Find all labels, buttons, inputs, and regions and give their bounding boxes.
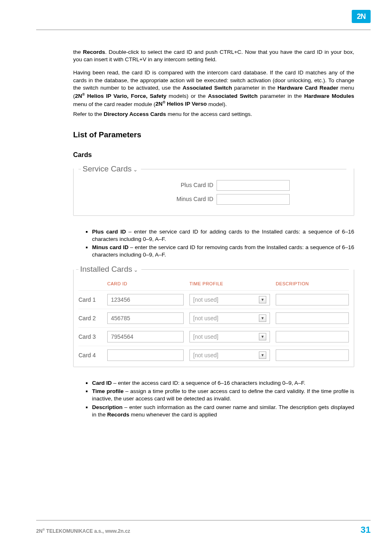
text: – assign a time profile to the user acce… — [92, 388, 354, 402]
text-bold: Helios IP Vario, Force, Safety — [85, 93, 166, 99]
description-input[interactable] — [276, 331, 349, 342]
paragraph-database: Having been read, the card ID is compare… — [73, 69, 354, 108]
text: – enter the service card ID for adding c… — [92, 229, 354, 242]
text-bold: Card ID — [92, 380, 112, 386]
list-item: Time profile – assign a time profile to … — [92, 388, 354, 402]
service-cards-legend[interactable]: Service Cards ⌄ — [81, 164, 141, 174]
footer-company: 2N® TELEKOMUNIKACE a.s., www.2n.cz — [36, 528, 130, 534]
description-input[interactable] — [276, 349, 349, 361]
text-bold: Plus card ID — [92, 229, 126, 235]
table-header: CARD ID TIME PROFILE DESCRIPTION — [78, 280, 349, 290]
select-value: [not used] — [193, 352, 219, 359]
page-number: 31 — [361, 525, 371, 535]
text-bold: Helios IP Verso — [165, 101, 207, 107]
header-time-profile: TIME PROFILE — [189, 281, 276, 287]
text-bold: Associated Switch — [182, 85, 232, 91]
dropdown-arrow-icon: ▼ — [259, 333, 266, 340]
select-value: [not used] — [193, 296, 219, 304]
text-bold: Time profile — [92, 388, 124, 394]
text: the — [73, 49, 83, 55]
card-id-input[interactable] — [107, 349, 184, 361]
time-profile-select[interactable]: [not used]▼ — [189, 331, 270, 342]
heading-list-of-parameters: List of Parameters — [73, 130, 354, 140]
card-row-label: Card 4 — [78, 352, 107, 359]
installed-cards-fieldset: Installed Cards ⌄ CARD ID TIME PROFILE D… — [73, 270, 354, 367]
list-item: Description – enter such information as … — [92, 404, 354, 419]
service-cards-bullets: Plus card ID – enter the service card ID… — [73, 228, 354, 259]
dropdown-arrow-icon: ▼ — [259, 314, 266, 322]
time-profile-select[interactable]: [not used]▼ — [189, 312, 270, 324]
text: model). — [207, 101, 227, 107]
text-bold: Hardware Card Reader — [277, 85, 338, 91]
table-row: Card 2[not used]▼ — [78, 309, 349, 327]
chevron-down-icon: ⌄ — [134, 267, 138, 273]
installed-cards-table: CARD ID TIME PROFILE DESCRIPTION Card 1[… — [78, 280, 349, 364]
card-row-label: Card 2 — [78, 314, 107, 322]
time-profile-select[interactable]: [not used]▼ — [189, 349, 270, 361]
text: menu whenever the card is applied — [129, 412, 217, 418]
card-row-label: Card 3 — [78, 333, 107, 341]
text: TELEKOMUNIKACE a.s., www.2n.cz — [45, 528, 130, 534]
list-item: Plus card ID – enter the service card ID… — [92, 228, 354, 243]
footer-divider — [36, 520, 371, 520]
text: . Double-click to select the card ID and… — [73, 49, 354, 62]
text: menu for the access card settings. — [166, 111, 252, 117]
text-bold: 2N — [155, 101, 162, 107]
text: parameter in the — [232, 85, 278, 91]
table-row: Card 1[not used]▼ — [78, 290, 349, 309]
text-bold: Directory Access Cards — [104, 111, 166, 117]
card-row-label: Card 1 — [78, 296, 107, 304]
time-profile-select[interactable]: [not used]▼ — [189, 294, 270, 305]
card-id-input[interactable] — [107, 331, 184, 342]
page-footer: 2N® TELEKOMUNIKACE a.s., www.2n.cz 31 — [36, 520, 371, 535]
minus-card-input[interactable] — [217, 194, 290, 205]
select-value: [not used] — [193, 333, 219, 341]
paragraph-records: the Records. Double-click to select the … — [73, 49, 354, 63]
service-cards-fieldset: Service Cards ⌄ Plus Card ID Minus Card … — [73, 169, 354, 216]
text: menu of the card reader module ( — [73, 101, 155, 107]
minus-card-label: Minus Card ID — [81, 195, 217, 203]
heading-cards: Cards — [73, 150, 354, 160]
minus-card-row: Minus Card ID — [81, 194, 346, 205]
text-bold: 2N — [75, 93, 82, 99]
description-input[interactable] — [276, 294, 349, 305]
plus-card-input[interactable] — [217, 180, 290, 191]
table-row: Card 4[not used]▼ — [78, 346, 349, 364]
chevron-down-icon: ⌄ — [133, 166, 138, 173]
text: 2N — [36, 528, 42, 534]
plus-card-row: Plus Card ID — [81, 180, 346, 191]
text-bold: Records — [107, 412, 129, 418]
header-card-id: CARD ID — [107, 281, 189, 287]
text-bold: Minus card ID — [92, 244, 129, 250]
installed-cards-bullets: Card ID – enter the access card ID: a se… — [73, 379, 354, 419]
select-value: [not used] — [193, 314, 219, 322]
text-bold: Hardware Modules — [304, 93, 354, 99]
text-bold: Description — [92, 404, 122, 410]
text-bold: Associated Switch — [208, 93, 258, 99]
legend-label: Service Cards — [83, 164, 131, 173]
card-id-input[interactable] — [107, 312, 184, 324]
paragraph-refer: Refer to the Directory Access Cards menu… — [73, 111, 354, 118]
header-divider — [36, 30, 371, 30]
description-input[interactable] — [276, 312, 349, 324]
text: Refer to the — [73, 111, 104, 117]
text: – enter the service card ID for removing… — [92, 244, 354, 258]
page-content: the Records. Double-click to select the … — [73, 49, 354, 429]
table-row: Card 3[not used]▼ — [78, 327, 349, 346]
legend-label: Installed Cards — [80, 265, 132, 273]
plus-card-label: Plus Card ID — [81, 181, 217, 189]
card-id-input[interactable] — [107, 294, 184, 305]
text: models) or the — [166, 93, 208, 99]
list-item: Card ID – enter the access card ID: a se… — [92, 379, 354, 387]
text: – enter the access card ID: a sequence o… — [112, 380, 305, 386]
installed-cards-legend[interactable]: Installed Cards ⌄ — [78, 264, 141, 275]
dropdown-arrow-icon: ▼ — [259, 296, 266, 303]
text: parameter in the — [258, 93, 304, 99]
text-bold: Records — [83, 49, 105, 55]
brand-logo: 2N — [352, 10, 371, 23]
dropdown-arrow-icon: ▼ — [259, 352, 266, 359]
header-description: DESCRIPTION — [276, 281, 349, 287]
list-item: Minus card ID – enter the service card I… — [92, 244, 354, 259]
